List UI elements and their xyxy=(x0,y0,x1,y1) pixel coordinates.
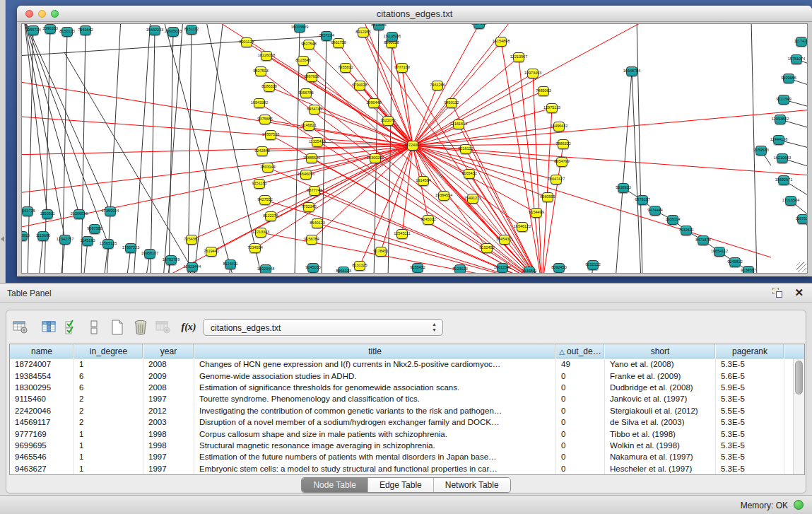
network-node[interactable]: 5938923 xyxy=(618,183,629,193)
network-node[interactable]: 12444138 xyxy=(773,135,784,145)
network-node[interactable]: 8471878 xyxy=(698,235,709,245)
network-node[interactable]: 9152453 xyxy=(481,243,493,253)
column-header-pagerank[interactable]: pagerank xyxy=(716,344,784,358)
network-node[interactable]: 8123123 xyxy=(454,264,466,274)
network-node[interactable]: 12023448 xyxy=(260,264,271,274)
column-header-in_degree[interactable]: in_degree xyxy=(74,344,143,358)
table-row[interactable]: 1830029562008Estimation of significance … xyxy=(10,382,793,393)
network-canvas[interactable]: 1872400718226058982750381863281654338293… xyxy=(21,23,808,274)
network-node[interactable]: 8912955 xyxy=(358,28,369,37)
network-node[interactable]: 6961758 xyxy=(333,38,344,48)
network-node[interactable]: 16154808 xyxy=(495,37,507,47)
network-node[interactable]: 16958107 xyxy=(144,249,155,259)
network-node[interactable]: 9474444 xyxy=(649,206,661,216)
network-node[interactable]: 13505135 xyxy=(102,239,114,249)
network-node[interactable]: 16012345 xyxy=(497,263,508,273)
network-node[interactable]: 16033809 xyxy=(294,23,305,33)
row-height-icon[interactable] xyxy=(84,317,104,337)
network-node[interactable]: 2935114 xyxy=(667,215,678,225)
network-window[interactable]: citations_edges.txt 18724007182260589827… xyxy=(17,6,812,276)
network-node[interactable]: 15454311 xyxy=(499,235,510,245)
network-node[interactable]: 8150123 xyxy=(61,27,73,37)
network-window-titlebar[interactable]: citations_edges.txt xyxy=(17,6,812,22)
network-node[interactable]: 9152122 xyxy=(587,260,599,270)
network-node[interactable]: 7857224 xyxy=(321,31,332,41)
network-node[interactable]: 7619441 xyxy=(206,247,217,257)
network-node[interactable]: 16543382 xyxy=(254,98,265,108)
network-node[interactable]: 1117424 xyxy=(796,37,807,47)
network-node[interactable]: 1115686 xyxy=(37,231,49,241)
network-node[interactable]: 6794028 xyxy=(354,81,365,90)
new-table-icon[interactable] xyxy=(107,317,127,337)
column-header-short[interactable]: short xyxy=(605,344,716,358)
network-node[interactable]: 11325419 xyxy=(312,137,323,147)
table-row[interactable]: 946362711997Embryonic stem cells: a mode… xyxy=(10,463,793,474)
network-node[interactable]: 12093832 xyxy=(775,115,786,124)
panel-expand-arrow-icon[interactable] xyxy=(1,236,4,242)
network-node[interactable]: 9356786 xyxy=(300,88,312,98)
network-node[interactable]: 1350511 xyxy=(42,209,53,219)
tab-node-table[interactable]: Node Table xyxy=(302,478,368,492)
network-node[interactable]: 17016504 xyxy=(785,196,796,206)
network-node[interactable]: 15751074 xyxy=(791,54,802,64)
network-node[interactable]: 8092450 xyxy=(553,263,565,273)
network-node[interactable]: 17857538 xyxy=(265,130,276,140)
network-node[interactable]: 7254361 xyxy=(186,235,197,245)
network-node[interactable]: 9134567 xyxy=(743,266,754,274)
network-node[interactable]: 9146821 xyxy=(303,121,314,131)
network-node[interactable]: 9777169 xyxy=(396,63,408,73)
network-node[interactable]: 9375685 xyxy=(259,115,271,124)
network-node[interactable]: 9427552 xyxy=(259,195,271,205)
network-node[interactable]: 8960995 xyxy=(542,192,553,202)
network-node[interactable]: 2867608 xyxy=(306,72,317,82)
network-node[interactable]: 1990448 xyxy=(368,98,379,108)
network-node[interactable]: 7886322 xyxy=(558,139,569,149)
network-node[interactable]: 9165432 xyxy=(464,169,475,179)
scrollbar-thumb[interactable] xyxy=(795,361,803,395)
network-node[interactable]: 9827548 xyxy=(303,40,314,49)
network-node[interactable]: 16210643 xyxy=(777,153,788,163)
network-node[interactable]: 1914564 xyxy=(418,176,429,186)
network-node[interactable]: 16648784 xyxy=(626,66,637,76)
network-node[interactable]: 10973493 xyxy=(527,69,539,78)
table-row[interactable]: 946554611997Estimation of the future num… xyxy=(10,451,793,462)
network-node[interactable]: 8954799 xyxy=(556,157,567,167)
network-node[interactable]: 12342757 xyxy=(59,235,71,245)
network-node[interactable]: 20605033 xyxy=(167,27,179,37)
network-node[interactable]: 1145193 xyxy=(82,236,93,246)
network-node[interactable]: 9245033 xyxy=(307,263,319,273)
network-node[interactable]: 9245012 xyxy=(423,215,434,225)
table-row[interactable]: 911546021997Tourette syndrome. Phenomeno… xyxy=(10,393,793,404)
network-node[interactable]: 1167533 xyxy=(797,214,808,224)
network-node[interactable]: 9156784 xyxy=(306,235,317,245)
network-node[interactable]: 19384554 xyxy=(438,191,449,201)
network-node[interactable]: 12213343 xyxy=(255,228,266,238)
network-node[interactable]: 7461266 xyxy=(432,81,443,90)
column-header-title[interactable]: title xyxy=(194,344,556,358)
table-settings-icon[interactable] xyxy=(11,317,30,337)
network-node[interactable]: 12923444 xyxy=(187,262,198,272)
network-node[interactable]: 16782759 xyxy=(165,255,177,265)
network-node[interactable]: 8813054 xyxy=(373,23,384,30)
network-node[interactable]: 17957223 xyxy=(125,243,136,253)
network-node[interactable]: 15642233 xyxy=(149,25,160,35)
network-node[interactable]: 3915913 xyxy=(21,231,28,241)
tab-edge-table[interactable]: Edge Table xyxy=(368,478,434,492)
network-node[interactable]: 9154499 xyxy=(531,208,542,218)
select-rows-icon[interactable] xyxy=(61,317,81,337)
column-header-out_de[interactable]: △out_de… xyxy=(556,344,605,358)
network-node[interactable]: 16646096 xyxy=(300,170,312,180)
network-node[interactable]: 10047427 xyxy=(551,175,562,185)
table-row[interactable]: 2242004622012Investigating the contribut… xyxy=(10,405,793,416)
network-node[interactable]: 9134511 xyxy=(524,267,535,274)
network-node[interactable]: 7752345 xyxy=(303,202,314,212)
table-row[interactable]: 977716911998Corpus callosum shape and si… xyxy=(10,428,793,439)
network-node[interactable]: 15491212 xyxy=(467,194,478,204)
table-source-combobox[interactable]: citations_edges.txt ▲▼ xyxy=(203,319,443,336)
network-node[interactable]: 18300295 xyxy=(370,153,381,163)
network-node[interactable]: 18226058 xyxy=(261,51,272,61)
network-node[interactable]: 17359924 xyxy=(105,206,116,216)
network-node[interactable]: 7941642 xyxy=(80,25,91,35)
network-node[interactable]: 10654112 xyxy=(714,247,725,257)
network-node[interactable]: 9151181 xyxy=(254,179,265,189)
